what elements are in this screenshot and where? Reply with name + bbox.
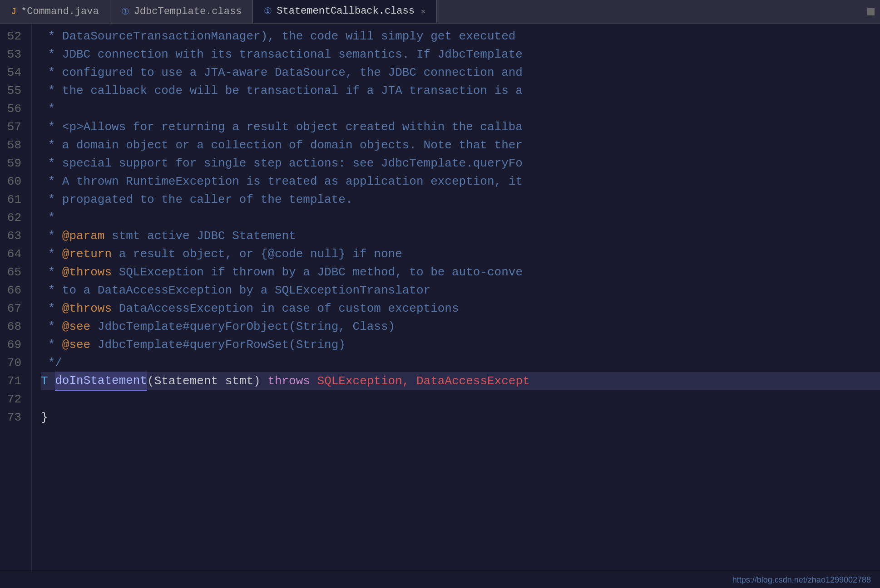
code-text-56: * xyxy=(41,100,55,118)
code-line-67: * @throws DataAccessException in case of… xyxy=(41,299,880,318)
tab-jdbctemplate-class[interactable]: ① JdbcTemplate.class xyxy=(110,0,253,23)
code-throws-text-67: DataAccessException in case of custom ex… xyxy=(112,299,459,318)
code-return-type-71: T xyxy=(41,372,55,390)
editor-window: J *Command.java ① JdbcTemplate.class ① S… xyxy=(0,0,880,588)
line-num-60: 60 xyxy=(0,172,26,191)
code-text-55: * the callback code will be transactiona… xyxy=(41,82,523,100)
code-line-53: * JDBC connection with its transactional… xyxy=(41,45,880,64)
code-line-63: * @param stmt active JDBC Statement xyxy=(41,227,880,245)
line-num-73: 73 xyxy=(0,408,26,426)
tab-command-java[interactable]: J *Command.java xyxy=(0,0,110,23)
javadoc-tag-67: @throws xyxy=(62,299,112,318)
line-num-59: 59 xyxy=(0,154,26,172)
code-return-text-64: a result object, or {@code null} if none xyxy=(112,245,402,263)
editor-body: 52 53 54 55 56 57 58 59 60 61 62 63 64 6… xyxy=(0,24,880,572)
code-text-70: */ xyxy=(41,354,62,372)
line-num-55: 55 xyxy=(0,82,26,100)
tab-bar: J *Command.java ① JdbcTemplate.class ① S… xyxy=(0,0,880,24)
line-num-57: 57 xyxy=(0,118,26,136)
minimize-button[interactable] xyxy=(867,8,875,15)
code-line-72 xyxy=(41,390,880,408)
code-star-67: * xyxy=(41,299,62,318)
code-line-69: * @see JdbcTemplate#queryForRowSet(Strin… xyxy=(41,336,880,354)
line-num-65: 65 xyxy=(0,263,26,281)
code-see-text-68: JdbcTemplate#queryForObject(String, Clas… xyxy=(90,318,395,336)
code-star-69: * xyxy=(41,336,62,354)
line-numbers: 52 53 54 55 56 57 58 59 60 61 62 63 64 6… xyxy=(0,24,32,572)
code-star-63: * xyxy=(41,227,62,245)
tab-statementcallback-class[interactable]: ① StatementCallback.class ✕ xyxy=(253,0,436,23)
line-num-54: 54 xyxy=(0,64,26,82)
code-throws-keyword-71: throws xyxy=(267,372,317,390)
code-brace-73: } xyxy=(41,408,48,426)
line-num-52: 52 xyxy=(0,27,26,45)
code-text-54: * configured to use a JTA-aware DataSour… xyxy=(41,64,523,82)
line-num-53: 53 xyxy=(0,45,26,64)
line-num-62: 62 xyxy=(0,209,26,227)
code-line-57: * <p>Allows for returning a result objec… xyxy=(41,118,880,136)
code-line-52: * DataSourceTransactionManager), the cod… xyxy=(41,27,880,45)
tab-icon-statementcallback: ① xyxy=(264,5,272,17)
tab-icon-jdbctemplate: ① xyxy=(121,6,129,17)
tab-icon-command-java: J xyxy=(11,6,16,17)
code-text-61: * propagated to the caller of the templa… xyxy=(41,191,353,209)
line-num-68: 68 xyxy=(0,318,26,336)
line-num-71: 71 xyxy=(0,372,26,390)
code-line-61: * propagated to the caller of the templa… xyxy=(41,191,880,209)
javadoc-tag-68: @see xyxy=(62,318,90,336)
code-params-71: (Statement stmt) xyxy=(147,372,267,390)
code-line-70: */ xyxy=(41,354,880,372)
code-text-53: * JDBC connection with its transactional… xyxy=(41,45,523,64)
line-num-64: 64 xyxy=(0,245,26,263)
line-num-69: 69 xyxy=(0,336,26,354)
code-line-60: * A thrown RuntimeException is treated a… xyxy=(41,172,880,191)
line-num-56: 56 xyxy=(0,100,26,118)
line-num-72: 72 xyxy=(0,390,26,408)
code-line-66: * to a DataAccessException by a SQLExcep… xyxy=(41,281,880,299)
code-line-64: * @return a result object, or {@code nul… xyxy=(41,245,880,263)
code-line-56: * xyxy=(41,100,880,118)
code-star-68: * xyxy=(41,318,62,336)
code-throws-text-65: SQLException if thrown by a JDBC method,… xyxy=(112,263,523,281)
javadoc-tag-69: @see xyxy=(62,336,90,354)
code-line-58: * a domain object or a collection of dom… xyxy=(41,136,880,154)
tab-spacer xyxy=(437,0,859,23)
line-num-63: 63 xyxy=(0,227,26,245)
line-num-70: 70 xyxy=(0,354,26,372)
code-text-58: * a domain object or a collection of dom… xyxy=(41,136,523,154)
code-line-68: * @see JdbcTemplate#queryForObject(Strin… xyxy=(41,318,880,336)
tab-label-jdbctemplate: JdbcTemplate.class xyxy=(134,6,242,17)
code-text-59: * special support for single step action… xyxy=(41,154,523,172)
javadoc-tag-64: @return xyxy=(62,245,112,263)
line-num-61: 61 xyxy=(0,191,26,209)
code-exceptions-71: SQLException, DataAccessExcept xyxy=(317,372,530,390)
line-num-58: 58 xyxy=(0,136,26,154)
javadoc-tag-63: @param xyxy=(62,227,105,245)
code-text-52: * DataSourceTransactionManager), the cod… xyxy=(41,27,523,45)
code-line-54: * configured to use a JTA-aware DataSour… xyxy=(41,64,880,82)
code-line-71: T doInStatement(Statement stmt) throws S… xyxy=(41,372,880,390)
close-tab-button[interactable]: ✕ xyxy=(421,7,425,16)
code-line-62: * xyxy=(41,209,880,227)
code-param-text-63: stmt active JDBC Statement xyxy=(104,227,296,245)
javadoc-tag-65: @throws xyxy=(62,263,112,281)
status-bar: https://blog.csdn.net/zhao1299002788 xyxy=(0,572,880,588)
tab-label-statementcallback: StatementCallback.class xyxy=(277,5,415,17)
code-see-text-69: JdbcTemplate#queryForRowSet(String) xyxy=(90,336,346,354)
code-text-60: * A thrown RuntimeException is treated a… xyxy=(41,172,523,191)
line-num-66: 66 xyxy=(0,281,26,299)
tab-label-command-java: *Command.java xyxy=(21,6,99,17)
code-star-64: * xyxy=(41,245,62,263)
code-text-62: * xyxy=(41,209,55,227)
code-text-57: * <p>Allows for returning a result objec… xyxy=(41,118,523,136)
code-star-65: * xyxy=(41,263,62,281)
code-line-55: * the callback code will be transactiona… xyxy=(41,82,880,100)
code-line-65: * @throws SQLException if thrown by a JD… xyxy=(41,263,880,281)
status-url: https://blog.csdn.net/zhao1299002788 xyxy=(732,575,871,585)
code-method-highlight-71: doInStatement xyxy=(55,372,147,391)
code-line-59: * special support for single step action… xyxy=(41,154,880,172)
line-num-67: 67 xyxy=(0,299,26,318)
window-controls xyxy=(859,0,880,23)
code-line-73: } xyxy=(41,408,880,426)
code-content[interactable]: * DataSourceTransactionManager), the cod… xyxy=(32,24,880,572)
